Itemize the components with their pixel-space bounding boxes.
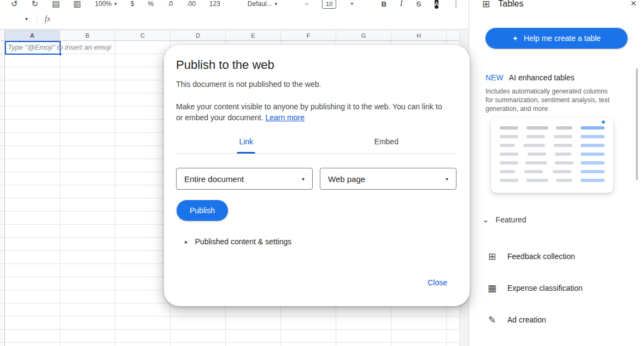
chevron-down-icon: ▾ — [446, 176, 448, 182]
illustration-bar — [500, 170, 515, 173]
illustration-row — [500, 161, 605, 165]
text-color-button[interactable]: A — [435, 0, 438, 9]
chevron-down-icon: ▾ — [275, 1, 278, 7]
tab-embed[interactable]: Embed — [317, 130, 457, 153]
illustration-row — [500, 144, 605, 147]
illustration-bar — [500, 161, 518, 165]
illustration-bar — [500, 126, 518, 130]
font-name: Defaul... — [248, 0, 272, 8]
ad-creation-icon: ✎ — [487, 314, 497, 326]
row-headers[interactable] — [0, 41, 5, 346]
dialog-close-link[interactable]: Close — [428, 278, 447, 287]
content-select-value: Entire document — [184, 174, 244, 184]
font-size-input[interactable]: 10 — [322, 0, 336, 9]
illustration-bar-blue — [581, 144, 605, 147]
column-header-e[interactable]: E — [226, 30, 281, 40]
sidebar-item-expense-classification[interactable]: ▦ Expense classification — [469, 272, 644, 304]
formula-bar: ▾ fx — [0, 9, 469, 30]
print-icon[interactable]: ▤ — [52, 0, 60, 9]
featured-label: Featured — [496, 215, 526, 224]
help-me-create-table-button[interactable]: ✦ Help me create a table — [485, 28, 628, 49]
illustration-bars — [500, 126, 605, 182]
chevron-down-icon: ▾ — [114, 1, 117, 7]
name-box-dropdown-icon[interactable]: ▾ — [25, 16, 28, 22]
percent-format-button[interactable]: % — [148, 0, 154, 8]
decrease-font-size-button[interactable]: − — [305, 0, 308, 8]
font-select[interactable]: Defaul... ▾ — [248, 0, 277, 8]
redo-icon[interactable]: ↻ — [32, 0, 39, 9]
sidebar-scrollbar[interactable] — [636, 68, 638, 180]
more-icon[interactable]: ⋮ — [452, 0, 460, 9]
item-label: Feedback collection — [507, 252, 575, 261]
column-header-c[interactable]: C — [115, 30, 171, 40]
bold-button[interactable]: B — [381, 0, 386, 8]
illustration-bar — [500, 153, 518, 156]
ai-tables-title: AI enhanced tables — [509, 73, 575, 82]
selection-handle[interactable] — [58, 52, 62, 56]
increase-decimal-button[interactable]: .00 — [186, 0, 196, 8]
column-header-g[interactable]: G — [336, 30, 391, 40]
decrease-decimal-button[interactable]: .0 — [167, 0, 173, 8]
learn-more-link[interactable]: Learn more — [265, 113, 305, 122]
illustration-bar — [526, 179, 548, 182]
illustration-bar — [554, 144, 572, 147]
tables-icon: ⊞ — [482, 0, 490, 10]
expand-arrow-icon: ▸ — [185, 238, 188, 245]
illustration-bar — [500, 144, 515, 147]
sidebar-item-feedback-collection[interactable]: ⊞ Feedback collection — [469, 241, 644, 272]
column-header-f[interactable]: F — [281, 30, 336, 40]
zoom-select[interactable]: 100% ▾ — [95, 0, 117, 8]
illustration-bar-blue — [581, 126, 605, 130]
app: ↺ ↻ ▤ ▥ 100% ▾ $ % .0 .00 123 Defaul... … — [0, 0, 644, 346]
sidebar-item-ad-creation[interactable]: ✎ Ad creation — [469, 304, 644, 336]
select-all-corner[interactable] — [0, 30, 5, 40]
content-select[interactable]: Entire document ▾ — [176, 168, 313, 190]
undo-icon[interactable]: ↺ — [11, 0, 18, 9]
featured-section-toggle[interactable]: ⌄ Featured — [482, 215, 526, 225]
sidebar-close-icon[interactable]: × — [630, 0, 636, 9]
column-header-h[interactable]: H — [391, 30, 447, 40]
sidebar-title: Tables — [498, 0, 523, 9]
illustration-bar-blue — [581, 179, 605, 182]
illustration-row — [500, 179, 605, 182]
dialog-description: Make your content visible to anyone by p… — [176, 101, 450, 123]
ai-tables-description: Includes automatically generated columns… — [485, 87, 616, 113]
italic-button[interactable]: I — [400, 0, 403, 8]
currency-format-button[interactable]: $ — [131, 0, 134, 8]
column-headers: A B C D E F G H — [0, 30, 459, 41]
number-format-button[interactable]: 123 — [209, 0, 220, 8]
expense-classification-icon: ▦ — [487, 283, 497, 294]
illustration-bar-blue — [581, 170, 605, 173]
illustration-row — [500, 153, 605, 156]
sidebar-header: ⊞ Tables × — [469, 0, 644, 19]
column-header-d[interactable]: D — [171, 30, 226, 40]
tab-label: Embed — [374, 137, 399, 146]
illustration-bar — [555, 153, 571, 156]
tab-link[interactable]: Link — [176, 130, 317, 153]
a1-hint-text: Type "@Emoji" to insert an emoji — [8, 43, 111, 51]
increase-font-size-button[interactable]: + — [350, 0, 354, 8]
description-text: Make your content visible to anyone by p… — [176, 102, 442, 122]
illustration-bar — [528, 153, 546, 156]
cell-a1[interactable]: Type "@Emoji" to insert an emoji — [5, 41, 61, 55]
new-badge: NEW — [485, 73, 504, 82]
chevron-down-icon: ▾ — [302, 176, 305, 182]
illustration-bar — [525, 161, 547, 165]
illustration-bar — [500, 135, 518, 138]
format-select[interactable]: Web page ▾ — [320, 168, 456, 190]
publish-to-web-dialog: Publish to the web This document is not … — [164, 45, 470, 306]
published-content-settings-expander[interactable]: ▸ Published content & settings — [185, 237, 291, 246]
illustration-bar — [523, 144, 545, 147]
sparkle-icon: ✦ — [512, 34, 518, 43]
paint-format-icon[interactable]: ▥ — [73, 0, 81, 9]
fx-label: fx — [45, 15, 50, 24]
strikethrough-button[interactable]: S — [416, 0, 421, 8]
item-label: Ad creation — [507, 315, 546, 324]
column-header-b[interactable]: B — [60, 30, 115, 40]
illustration-bar-blue — [581, 153, 605, 156]
feedback-collection-icon: ⊞ — [487, 251, 497, 262]
illustration-bar — [555, 161, 573, 165]
publish-button[interactable]: Publish — [177, 200, 228, 221]
column-header-a[interactable]: A — [5, 30, 60, 40]
chevron-down-icon: ⌄ — [482, 215, 489, 225]
